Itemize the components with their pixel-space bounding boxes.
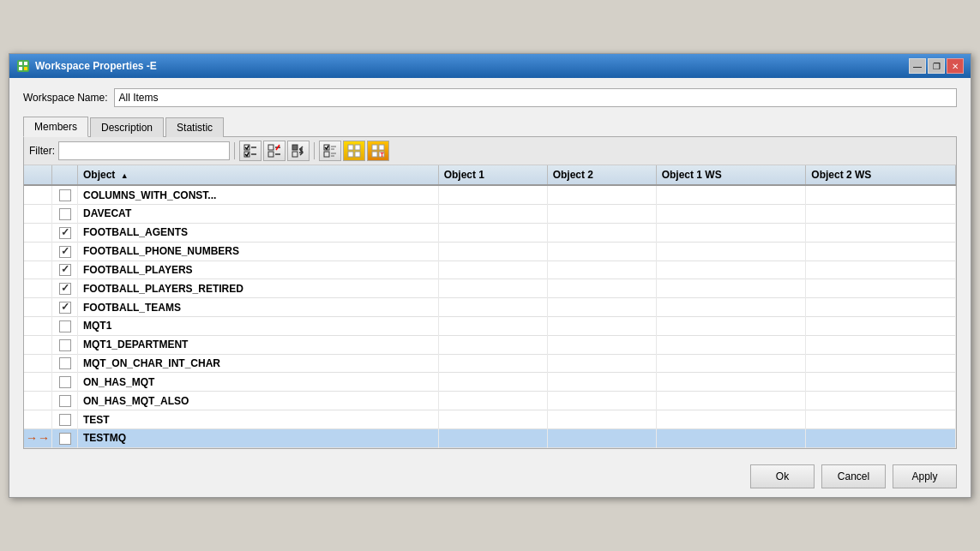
row-checkbox[interactable] bbox=[59, 414, 71, 426]
row-checkbox[interactable] bbox=[59, 376, 71, 388]
row-object1 bbox=[438, 317, 547, 336]
dialog-footer: Ok Cancel Apply bbox=[9, 456, 971, 497]
row-checkbox[interactable] bbox=[59, 264, 71, 276]
grid-text-icon: T bbox=[371, 144, 385, 158]
close-button[interactable]: ✕ bbox=[947, 58, 964, 74]
row-checkbox[interactable] bbox=[59, 433, 71, 445]
table-row[interactable]: MQT_ON_CHAR_INT_CHAR bbox=[24, 354, 956, 373]
row-checkbox-cell[interactable] bbox=[52, 223, 78, 242]
row-checkbox[interactable] bbox=[59, 357, 71, 369]
table-row[interactable]: MQT1_DEPARTMENT bbox=[24, 335, 956, 354]
app-icon bbox=[16, 59, 30, 73]
row-arrow-cell bbox=[24, 185, 52, 204]
table-row[interactable]: ON_HAS_MQT bbox=[24, 373, 956, 392]
col-object2[interactable]: Object 2 bbox=[547, 165, 656, 185]
row-object1 bbox=[438, 335, 547, 354]
row-checkbox[interactable] bbox=[59, 339, 71, 351]
table-row[interactable]: FOOTBALL_AGENTS bbox=[24, 223, 956, 242]
cancel-button[interactable]: Cancel bbox=[821, 464, 886, 488]
row-object2 bbox=[547, 205, 656, 224]
row-checkbox[interactable] bbox=[59, 227, 71, 239]
grid-text-button[interactable]: T bbox=[367, 141, 389, 161]
minimize-button[interactable]: — bbox=[909, 58, 926, 74]
row-object1ws bbox=[656, 410, 806, 429]
row-object1ws bbox=[656, 373, 806, 392]
row-object2 bbox=[547, 410, 656, 429]
row-object1ws bbox=[656, 185, 806, 204]
row-checkbox-cell[interactable] bbox=[52, 205, 78, 224]
table-row[interactable]: FOOTBALL_PLAYERS bbox=[24, 261, 956, 279]
col-object2ws[interactable]: Object 2 WS bbox=[806, 165, 956, 185]
row-object1 bbox=[438, 185, 547, 204]
title-bar: Workspace Properties -E — ❐ ✕ bbox=[9, 54, 971, 78]
row-checkbox[interactable] bbox=[59, 320, 71, 332]
row-object1 bbox=[438, 298, 547, 317]
filter-select-button[interactable] bbox=[319, 141, 341, 161]
row-checkbox[interactable] bbox=[59, 189, 71, 201]
svg-rect-2 bbox=[24, 62, 27, 65]
row-object-name: FOOTBALL_PLAYERS_RETIRED bbox=[78, 279, 439, 298]
row-object2 bbox=[547, 242, 656, 261]
row-checkbox-cell[interactable] bbox=[52, 279, 78, 298]
col-object1ws[interactable]: Object 1 WS bbox=[656, 165, 806, 185]
table-row[interactable]: TEST bbox=[24, 410, 956, 429]
table-header-row: Object ▲ Object 1 Object 2 Object 1 WS bbox=[24, 165, 956, 185]
table-row[interactable]: FOOTBALL_PLAYERS_RETIRED bbox=[24, 279, 956, 298]
row-checkbox-cell[interactable] bbox=[52, 410, 78, 429]
toolbar-separator-1 bbox=[234, 142, 235, 159]
row-arrow-cell bbox=[24, 223, 52, 242]
table-row[interactable]: COLUMNS_WITH_CONST... bbox=[24, 185, 956, 204]
restore-button[interactable]: ❐ bbox=[928, 58, 945, 74]
row-checkbox-cell[interactable] bbox=[52, 335, 78, 354]
row-checkbox-cell[interactable] bbox=[52, 242, 78, 261]
row-object2 bbox=[547, 354, 656, 373]
ok-button[interactable]: Ok bbox=[750, 464, 815, 488]
tab-description[interactable]: Description bbox=[90, 117, 164, 137]
row-checkbox-cell[interactable] bbox=[52, 354, 78, 373]
row-object2ws bbox=[806, 279, 956, 298]
svg-rect-14 bbox=[292, 145, 298, 150]
row-checkbox-cell[interactable] bbox=[52, 261, 78, 279]
filter-input[interactable] bbox=[58, 141, 230, 160]
row-object2 bbox=[547, 392, 656, 410]
row-checkbox[interactable] bbox=[59, 246, 71, 258]
row-checkbox[interactable] bbox=[59, 208, 71, 220]
row-arrow-cell bbox=[24, 242, 52, 261]
row-checkbox-cell[interactable] bbox=[52, 298, 78, 317]
row-checkbox-cell[interactable] bbox=[52, 428, 78, 447]
col-check bbox=[52, 165, 78, 185]
members-table: Object ▲ Object 1 Object 2 Object 1 WS bbox=[24, 165, 956, 448]
row-checkbox-cell[interactable] bbox=[52, 392, 78, 410]
deselect-all-button[interactable] bbox=[263, 141, 286, 161]
workspace-name-input[interactable] bbox=[114, 88, 957, 107]
row-arrow-cell bbox=[24, 392, 52, 410]
row-object-name: FOOTBALL_AGENTS bbox=[78, 223, 439, 242]
apply-button[interactable]: Apply bbox=[893, 464, 957, 488]
col-object[interactable]: Object ▲ bbox=[78, 165, 439, 185]
table-row[interactable]: FOOTBALL_PHONE_NUMBERS bbox=[24, 242, 956, 261]
row-checkbox-cell[interactable] bbox=[52, 185, 78, 204]
table-row[interactable]: FOOTBALL_TEAMS bbox=[24, 298, 956, 317]
row-checkbox-cell[interactable] bbox=[52, 373, 78, 392]
col-object1[interactable]: Object 1 bbox=[438, 165, 547, 185]
row-checkbox[interactable] bbox=[59, 283, 71, 295]
tab-members[interactable]: Members bbox=[23, 117, 88, 137]
row-object2 bbox=[547, 261, 656, 279]
table-row[interactable]: →TESTMQ bbox=[24, 428, 956, 447]
table-row[interactable]: ON_HAS_MQT_ALSO bbox=[24, 392, 956, 410]
table-row[interactable]: DAVECAT bbox=[24, 205, 956, 224]
row-checkbox[interactable] bbox=[59, 395, 71, 407]
select-checked-button[interactable] bbox=[239, 141, 262, 161]
grid-yellow-button[interactable] bbox=[343, 141, 365, 161]
row-checkbox-cell[interactable] bbox=[52, 317, 78, 336]
row-arrow-cell bbox=[24, 335, 52, 354]
table-row[interactable]: MQT1 bbox=[24, 317, 956, 336]
filter-label: Filter: bbox=[29, 145, 55, 157]
invert-icon bbox=[292, 144, 305, 158]
row-object1ws bbox=[656, 428, 806, 447]
row-checkbox[interactable] bbox=[59, 302, 71, 314]
row-object2 bbox=[547, 335, 656, 354]
row-object1 bbox=[438, 373, 547, 392]
tab-statistic[interactable]: Statistic bbox=[165, 117, 224, 137]
invert-button[interactable] bbox=[287, 141, 310, 161]
